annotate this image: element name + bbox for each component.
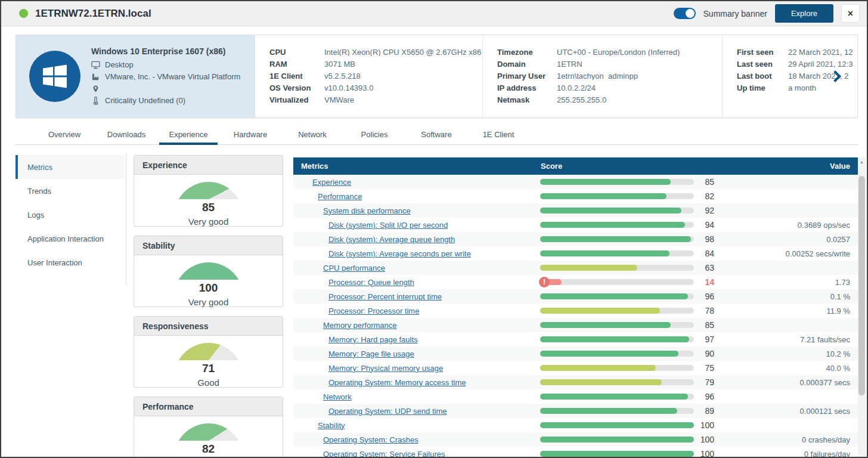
gauge-card-stability: Stability100Very good [134, 236, 283, 307]
metric-cell: Processor: Queue length [293, 278, 536, 287]
info-value: Intel(R) Xeon(R) CPU X5650 @ 2.67GHz x86 [324, 48, 481, 56]
metric-link[interactable]: Operating System: UDP send time [328, 407, 447, 416]
info-label: IP address [497, 84, 557, 92]
sidebar-item-trends[interactable]: Trends [16, 179, 124, 203]
metric-link[interactable]: Processor: Percent interrupt time [328, 292, 442, 301]
tab-software[interactable]: Software [407, 124, 466, 144]
info-value: 1ETRN [557, 60, 582, 68]
info-value: 255.255.255.0 [557, 96, 606, 104]
score-bar-fill [540, 351, 678, 357]
tab-1e-client[interactable]: 1E Client [469, 124, 528, 144]
summary-banner-toggle[interactable] [674, 8, 696, 19]
info-value: 1etrn\tachyon_adminpp [557, 72, 638, 80]
scrollbar-up-arrow-icon[interactable]: ▲ [858, 157, 866, 166]
metric-row-disk-system-average-queue-length: Disk (system): Average queue length980.0… [293, 232, 858, 246]
tab-overview[interactable]: Overview [35, 124, 94, 144]
info-value: 3071 MB [324, 60, 355, 68]
metric-link[interactable]: Disk (system): Average queue length [328, 235, 455, 244]
score-column-header: Score [536, 162, 720, 171]
metric-link[interactable]: Processor: Queue length [328, 278, 414, 287]
score-cell: 98 [536, 234, 720, 244]
gauge-card-responsiveness: Responsiveness71Good [134, 316, 283, 388]
info-label: Up time [737, 84, 788, 92]
score-value: 96 [694, 292, 720, 301]
metric-row-processor-queue-length: Processor: Queue length!141.73 [293, 275, 858, 289]
metric-value: 0.3689 ops/sec [720, 221, 858, 230]
tab-hardware[interactable]: Hardware [221, 124, 280, 144]
metric-link[interactable]: Operating System: Service Failures [323, 450, 445, 458]
gauge-card-title: Performance [134, 397, 283, 416]
score-value: 79 [694, 377, 720, 387]
location-row [91, 83, 240, 95]
score-bar-fill [540, 379, 662, 385]
metric-link[interactable]: Memory: Page file usage [328, 349, 414, 358]
info-row-first-seen: First seen22 March 2021, 12 [737, 48, 857, 56]
metric-link[interactable]: Performance [318, 192, 362, 201]
score-bar-fill [540, 293, 688, 299]
tab-policies[interactable]: Policies [345, 124, 404, 144]
gauge-rating-label: Very good [136, 297, 281, 307]
metric-value: 1.73 [720, 278, 858, 287]
info-label: Primary User [497, 72, 557, 80]
sidebar-item-user-interaction[interactable]: User Interaction [16, 250, 124, 274]
metric-link[interactable]: Processor: Processor time [328, 307, 419, 315]
gauge-card-experience: Experience85Very good [134, 155, 283, 227]
info-value: VMWare [324, 96, 354, 104]
metric-value: 0.000377 secs [720, 378, 858, 387]
score-bar-fill [540, 265, 637, 271]
sidebar-item-logs[interactable]: Logs [16, 203, 124, 227]
tab-network[interactable]: Network [283, 124, 342, 144]
sidebar-item-application-interaction[interactable]: Application Interaction [16, 227, 124, 250]
score-value: 78 [694, 306, 720, 315]
tab-downloads[interactable]: Downloads [97, 124, 156, 144]
score-bar-track [540, 422, 694, 428]
metric-cell: Disk (system): Split I/O per second [293, 221, 536, 230]
gauge-card-title: Experience [134, 156, 283, 175]
metric-row-system-disk-performance: System disk performance92 [293, 203, 858, 218]
score-value: 14 [694, 277, 720, 287]
explore-button[interactable]: Explore [775, 4, 833, 23]
metric-link[interactable]: Disk (system): Average seconds per write [328, 249, 471, 258]
score-value: 82 [694, 191, 720, 201]
score-cell: 75 [536, 363, 720, 373]
scrollbar-thumb[interactable] [858, 176, 865, 395]
criticality-icon [91, 97, 100, 105]
metric-cell: Disk (system): Average seconds per write [293, 249, 536, 258]
metric-link[interactable]: Memory: Physical memory usage [328, 364, 443, 373]
metric-row-processor-percent-interrupt-time: Processor: Percent interrupt time960.1 % [293, 289, 858, 304]
manufacturer: VMware, Inc. - VMware Virtual Platform [105, 72, 240, 81]
tab-experience[interactable]: Experience [159, 124, 218, 144]
metric-link[interactable]: Disk (system): Split I/O per second [328, 221, 448, 230]
metric-cell: Performance [293, 192, 536, 201]
metric-value: 0 failures/day [720, 450, 858, 458]
metric-row-cpu-performance: CPU performance63 [293, 261, 858, 275]
metric-link[interactable]: Memory: Hard page faults [328, 335, 418, 344]
metric-link[interactable]: Stability [318, 421, 345, 430]
metric-link[interactable]: CPU performance [323, 264, 385, 273]
score-bar-track [540, 322, 694, 328]
info-row-virtualized: VirtualizedVMWare [269, 96, 482, 104]
score-value: 98 [694, 234, 720, 244]
info-value: 10.0.2.2/24 [557, 84, 596, 92]
metric-link[interactable]: System disk performance [323, 206, 411, 215]
metric-link[interactable]: Experience [312, 178, 351, 187]
info-value: UTC+00 - Europe/London (Inferred) [557, 48, 680, 56]
metric-cell: CPU performance [293, 264, 536, 273]
metric-link[interactable]: Network [323, 392, 352, 401]
score-bar-track [540, 293, 694, 299]
score-value: 84 [694, 249, 720, 258]
sidebar-divider [126, 154, 126, 284]
toggle-knob [686, 9, 695, 18]
metric-link[interactable]: Memory performance [323, 321, 397, 330]
score-value: 97 [694, 335, 720, 344]
metric-cell: Memory: Page file usage [293, 349, 536, 358]
sidebar-item-metrics[interactable]: Metrics [16, 155, 124, 179]
metric-link[interactable]: Operating System: Crashes [323, 435, 418, 444]
close-button[interactable]: × [841, 4, 860, 23]
metric-link[interactable]: Operating System: Memory access time [328, 378, 466, 387]
metric-row-performance: Performance82 [293, 189, 858, 203]
metric-row-experience: Experience85 [293, 175, 858, 189]
metric-row-memory-physical-memory-usage: Memory: Physical memory usage7540.0 % [293, 361, 858, 375]
score-cell: 100 [536, 420, 720, 430]
metric-cell: Network [293, 392, 536, 401]
